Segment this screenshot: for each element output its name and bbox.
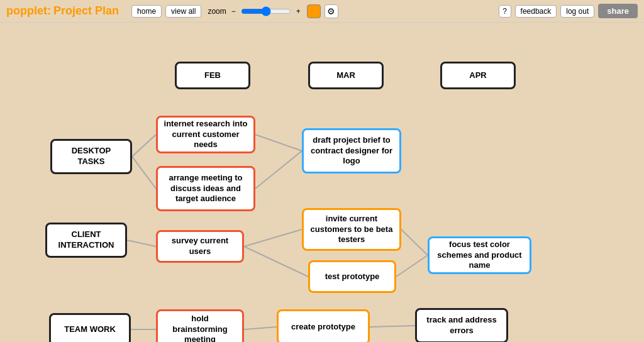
brand-name: popplet: — [6, 4, 51, 18]
zoom-slider[interactable] — [241, 6, 291, 16]
node-track[interactable]: track and address errors — [415, 308, 508, 342]
node-internet[interactable]: internet research into current customer … — [156, 116, 255, 153]
node-feb[interactable]: FEB — [175, 62, 250, 89]
topbar: popplet: Project Plan home view all zoom… — [0, 0, 644, 23]
share-button[interactable]: share — [598, 4, 638, 18]
node-arrange[interactable]: arrange meeting to discuss ideas and tar… — [156, 166, 255, 211]
connection-survey-testproto — [244, 246, 308, 277]
node-testproto[interactable]: test prototype — [308, 260, 396, 293]
canvas: FEBMARAPRDESKTOP TASKSinternet research … — [0, 23, 644, 342]
connection-survey-invite — [244, 229, 302, 246]
connection-createproto-track — [370, 326, 415, 327]
node-apr[interactable]: APR — [440, 62, 516, 89]
project-title: Project Plan — [53, 4, 119, 18]
connection-client-survey — [127, 240, 156, 246]
zoom-minus[interactable]: − — [231, 7, 236, 16]
color-swatch[interactable] — [307, 4, 321, 18]
node-mar[interactable]: MAR — [308, 62, 384, 89]
node-survey[interactable]: survey current users — [156, 230, 244, 263]
connection-invite-focus — [401, 229, 428, 255]
node-createproto[interactable]: create prototype — [277, 309, 370, 342]
node-invite[interactable]: invite current customers to be beta test… — [302, 208, 401, 251]
node-hold[interactable]: hold brainstorming meeting — [156, 309, 244, 342]
connection-hold-createproto — [244, 327, 277, 329]
connection-arrange-draft — [255, 151, 302, 189]
connection-desktop-internet — [132, 135, 156, 157]
node-draft[interactable]: draft project brief to contract designer… — [302, 128, 401, 174]
node-focus[interactable]: focus test color schemes and product nam… — [428, 236, 531, 274]
connection-desktop-arrange — [132, 157, 156, 189]
gear-button[interactable]: ⚙ — [325, 4, 338, 18]
home-button[interactable]: home — [131, 5, 162, 18]
feedback-button[interactable]: feedback — [515, 5, 557, 18]
zoom-label: zoom — [208, 7, 226, 16]
zoom-area: zoom − + — [205, 6, 303, 16]
help-button[interactable]: ? — [499, 5, 511, 18]
connection-testproto-focus — [396, 255, 428, 277]
connection-internet-draft — [255, 135, 302, 151]
node-teamwork[interactable]: TEAM WORK — [49, 313, 131, 342]
topbar-right: ? feedback log out share — [499, 4, 638, 18]
zoom-plus[interactable]: + — [296, 7, 301, 16]
node-client[interactable]: CLIENT INTERACTION — [45, 223, 127, 258]
logout-button[interactable]: log out — [560, 5, 594, 18]
view-all-button[interactable]: view all — [165, 5, 201, 18]
node-desktop[interactable]: DESKTOP TASKS — [50, 139, 132, 174]
